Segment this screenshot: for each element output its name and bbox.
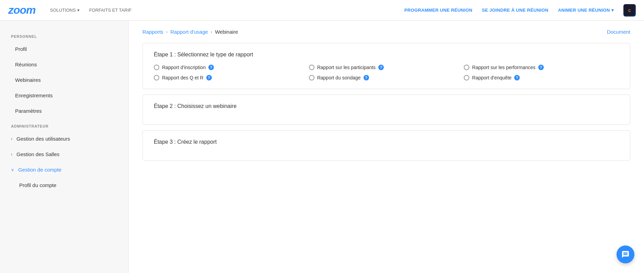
step-1-title: Étape 1 : Sélectionnez le type de rappor… (154, 52, 619, 58)
radio-sondage[interactable]: Rapport du sondage ? (309, 75, 464, 80)
logo[interactable]: zoom (8, 4, 36, 17)
breadcrumb-rapport-usage[interactable]: Rapport d'usage (170, 29, 208, 35)
sidebar-item-enregistrements[interactable]: Enregistrements (0, 88, 128, 103)
sidebar-section-personnel: PERSONNEL (0, 29, 128, 41)
sidebar-item-gestion-utilisateurs[interactable]: › Gestion des utilisateurs (0, 131, 128, 146)
radio-label-qr: Rapport des Q et R (162, 75, 204, 80)
radio-circle-sondage[interactable] (309, 75, 314, 80)
chat-icon (621, 250, 630, 259)
chevron-down-icon: ▾ (611, 8, 614, 13)
radio-label-performances: Rapport sur les performances (472, 65, 535, 70)
chevron-down-icon: ▾ (77, 8, 80, 13)
radio-circle-participants[interactable] (309, 65, 314, 70)
sidebar-item-gestion-salles[interactable]: › Gestion des Salles (0, 146, 128, 162)
page-layout: PERSONNEL Profil Réunions Webinaires Enr… (0, 21, 644, 273)
chevron-down-icon: ∨ (11, 167, 14, 172)
radio-circle-performances[interactable] (464, 65, 469, 70)
step-1-card: Étape 1 : Sélectionnez le type de rappor… (142, 43, 630, 89)
nav-solutions[interactable]: SOLUTIONS ▾ (47, 5, 83, 15)
breadcrumb-current: Webinaire (215, 29, 238, 35)
breadcrumb-rapports[interactable]: Rapports (142, 29, 163, 35)
radio-label-sondage: Rapport du sondage (317, 75, 361, 80)
sidebar-item-profil[interactable]: Profil (0, 41, 128, 57)
avatar[interactable]: C (623, 4, 636, 17)
radio-inscription[interactable]: Rapport d'inscription ? (154, 65, 309, 70)
help-icon-qr[interactable]: ? (206, 75, 212, 80)
sidebar-item-profil-compte[interactable]: Profil du compte (0, 177, 128, 193)
radio-circle-enquete[interactable] (464, 75, 469, 80)
nav-right: PROGRAMMER UNE RÉUNION SE JOINDRE À UNE … (400, 4, 636, 17)
breadcrumb-document[interactable]: Document (607, 29, 630, 35)
breadcrumb-sep-2: › (211, 29, 212, 34)
radio-enquete[interactable]: Rapport d'enquête ? (464, 75, 619, 80)
help-icon-inscription[interactable]: ? (208, 65, 214, 70)
radio-label-participants: Rapport sur les participants (317, 65, 376, 70)
radio-circle-inscription[interactable] (154, 65, 159, 70)
sidebar-item-parametres[interactable]: Paramètres (0, 103, 128, 119)
nav-joindre-reunion[interactable]: SE JOINDRE À UNE RÉUNION (478, 5, 553, 15)
breadcrumb: Rapports › Rapport d'usage › Webinaire D… (142, 29, 630, 35)
radio-performances[interactable]: Rapport sur les performances ? (464, 65, 619, 70)
help-icon-sondage[interactable]: ? (364, 75, 369, 80)
sidebar: PERSONNEL Profil Réunions Webinaires Enr… (0, 21, 129, 273)
help-icon-performances[interactable]: ? (538, 65, 544, 70)
chevron-right-icon: › (11, 136, 12, 141)
chevron-right-icon: › (11, 152, 12, 157)
nav-left: SOLUTIONS ▾ FORFAITS ET TARIF (47, 5, 135, 15)
chat-bubble[interactable] (617, 245, 634, 263)
sidebar-item-webinaires[interactable]: Webinaires (0, 72, 128, 88)
radio-qr[interactable]: Rapport des Q et R ? (154, 75, 309, 80)
help-icon-participants[interactable]: ? (378, 65, 384, 70)
radio-circle-qr[interactable] (154, 75, 159, 80)
help-icon-enquete[interactable]: ? (514, 75, 520, 80)
nav-forfaits[interactable]: FORFAITS ET TARIF (86, 5, 135, 15)
sidebar-item-gestion-compte[interactable]: ∨ Gestion de compte (0, 162, 128, 177)
header: zoom SOLUTIONS ▾ FORFAITS ET TARIF PROGR… (0, 0, 644, 21)
radio-label-inscription: Rapport d'inscription (162, 65, 206, 70)
step-2-card: Étape 2 : Choisissez un webinaire (142, 95, 630, 125)
step-3-card: Étape 3 : Créez le rapport (142, 130, 630, 161)
radio-participants[interactable]: Rapport sur les participants ? (309, 65, 464, 70)
nav-animer-reunion[interactable]: ANIMER UNE RÉUNION ▾ (554, 5, 618, 15)
step-3-title: Étape 3 : Créez le rapport (154, 139, 619, 145)
radio-group-step1: Rapport d'inscription ? Rapport sur les … (154, 65, 619, 80)
sidebar-item-reunions[interactable]: Réunions (0, 57, 128, 72)
sidebar-section-admin: ADMINISTRATEUR (0, 119, 128, 131)
nav-programmer-reunion[interactable]: PROGRAMMER UNE RÉUNION (400, 5, 476, 15)
breadcrumb-sep-1: › (166, 29, 168, 34)
svg-text:C: C (628, 9, 631, 12)
radio-label-enquete: Rapport d'enquête (472, 75, 511, 80)
main-content: Rapports › Rapport d'usage › Webinaire D… (129, 21, 644, 273)
step-2-title: Étape 2 : Choisissez un webinaire (154, 103, 619, 109)
